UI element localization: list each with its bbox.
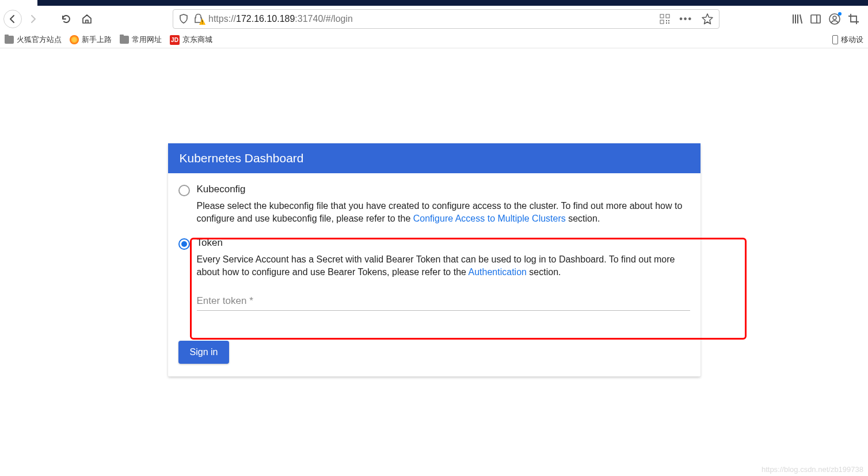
svg-rect-5 <box>666 20 667 21</box>
svg-rect-7 <box>666 22 667 24</box>
svg-rect-8 <box>668 22 669 24</box>
library-icon[interactable] <box>792 14 802 24</box>
bookmarks-bar: 火狐官方站点 新手上路 常用网址 JD京东商城 移动设 <box>0 32 868 48</box>
svg-rect-1 <box>202 24 203 24</box>
option-kubeconfig[interactable]: Kubeconfig <box>178 184 690 196</box>
token-description: Every Service Account has a Secret with … <box>178 253 690 278</box>
crop-icon[interactable] <box>848 14 859 24</box>
svg-rect-6 <box>668 20 669 21</box>
kubeconfig-label: Kubeconfig <box>197 184 246 195</box>
option-token[interactable]: Token <box>178 237 690 250</box>
page-content: Kubernetes Dashboard Kubeconfig Please s… <box>0 48 868 376</box>
window-titlebar <box>0 0 868 6</box>
svg-rect-2 <box>660 14 664 18</box>
bookmark-firefox-official[interactable]: 火狐官方站点 <box>5 35 62 45</box>
kubeconfig-link[interactable]: Configure Access to Multiple Clusters <box>413 214 566 223</box>
account-icon[interactable] <box>829 13 840 25</box>
home-icon <box>82 14 92 24</box>
bookmark-label: 新手上路 <box>82 35 112 45</box>
address-bar[interactable]: https://172.16.10.189:31740/#/login ••• <box>173 9 719 29</box>
bookmark-common-sites[interactable]: 常用网址 <box>120 35 162 45</box>
home-button[interactable] <box>77 9 97 29</box>
forward-button <box>23 9 43 29</box>
folder-icon <box>120 36 129 44</box>
kubeconfig-description: Please select the kubeconfig file that y… <box>178 200 690 224</box>
lock-warning-icon <box>194 14 203 24</box>
shield-icon <box>179 14 188 24</box>
token-input[interactable] <box>197 292 690 311</box>
back-button[interactable] <box>3 10 22 28</box>
bookmark-label: 京东商城 <box>182 35 212 45</box>
active-tab[interactable] <box>0 0 37 6</box>
radio-kubeconfig[interactable] <box>178 185 190 196</box>
svg-rect-0 <box>202 20 203 22</box>
bookmark-star-icon[interactable] <box>702 13 713 25</box>
svg-rect-4 <box>660 20 664 24</box>
card-title: Kubernetes Dashboard <box>168 143 701 173</box>
bookmark-getting-started[interactable]: 新手上路 <box>70 35 112 45</box>
reload-icon <box>61 14 71 24</box>
svg-rect-3 <box>666 14 669 18</box>
reload-button[interactable] <box>56 9 76 29</box>
watermark: https://blog.csdn.net/zb199738 <box>762 465 863 474</box>
folder-icon <box>5 36 14 44</box>
url-text: https://172.16.10.189:31740/#/login <box>208 14 654 24</box>
radio-token[interactable] <box>178 238 190 250</box>
token-label: Token <box>197 237 223 249</box>
bookmark-label: 常用网址 <box>132 35 162 45</box>
bookmark-jd[interactable]: JD京东商城 <box>170 35 212 45</box>
arrow-right-icon <box>28 14 37 24</box>
svg-rect-9 <box>811 15 820 23</box>
svg-point-12 <box>833 16 836 20</box>
bookmark-label: 火狐官方站点 <box>17 35 62 45</box>
firefox-icon <box>70 35 79 44</box>
jd-icon: JD <box>170 35 180 45</box>
mobile-icon <box>832 35 838 44</box>
bookmark-label: 移动设 <box>841 35 863 45</box>
arrow-left-icon <box>8 14 17 24</box>
sign-in-button[interactable]: Sign in <box>178 341 230 364</box>
sidebar-icon[interactable] <box>810 14 821 24</box>
page-actions-icon[interactable]: ••• <box>679 14 692 24</box>
qr-icon[interactable] <box>660 14 670 24</box>
token-auth-link[interactable]: Authentication <box>469 267 527 277</box>
navigation-toolbar: https://172.16.10.189:31740/#/login ••• <box>0 6 868 32</box>
bookmark-mobile[interactable]: 移动设 <box>832 35 863 45</box>
login-card: Kubernetes Dashboard Kubeconfig Please s… <box>168 143 701 376</box>
